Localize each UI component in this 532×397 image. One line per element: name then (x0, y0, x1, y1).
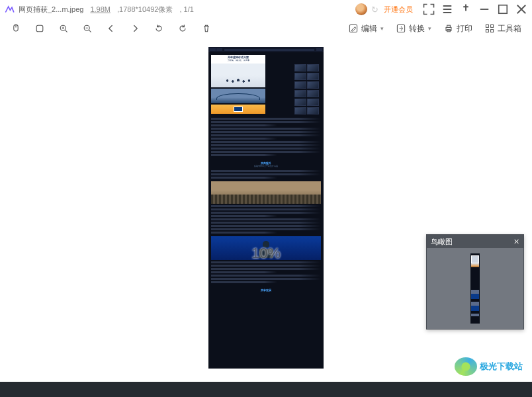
article-section-heading: 共商提升搭建东西平台 丰富合作内涵 (208, 161, 324, 167)
svg-rect-3 (36, 25, 43, 32)
pin-icon[interactable] (459, 3, 472, 16)
image-dimensions: ,1788*10492像素 (117, 5, 173, 15)
fullscreen-icon[interactable] (422, 3, 435, 16)
mouse-tool-button[interactable] (11, 23, 21, 34)
site-watermark: 极光下载站 (455, 357, 523, 376)
image-viewport[interactable]: 开年这样讲话大篇 分板块、讲好篇、讲大事 共商提升搭建东西平台 丰富合作内涵 (0, 38, 532, 382)
rotate-left-button[interactable] (154, 23, 164, 34)
article-section-heading: 共享发展 (208, 288, 324, 292)
footer-bar (0, 382, 532, 397)
navigator-panel[interactable]: 鸟瞰图 ✕ (426, 234, 524, 330)
article-photo (211, 181, 321, 204)
file-size[interactable]: 1.98M (90, 5, 111, 13)
zoom-out-button[interactable] (82, 23, 93, 34)
svg-rect-11 (486, 24, 488, 27)
zoom-in-button[interactable] (58, 23, 69, 34)
refresh-icon[interactable]: ↻ (371, 5, 378, 15)
user-avatar[interactable] (355, 3, 367, 15)
delete-button[interactable] (201, 23, 212, 34)
captured-webpage-image: 开年这样讲话大篇 分板块、讲好篇、讲大事 共商提升搭建东西平台 丰富合作内涵 (208, 47, 324, 369)
navigator-viewport-rect[interactable] (471, 255, 479, 263)
menu-icon[interactable] (441, 3, 454, 16)
watermark-logo-icon (455, 357, 477, 376)
svg-rect-14 (491, 30, 494, 32)
file-name: 网页捕获_2...m.jpeg (19, 5, 83, 15)
svg-rect-12 (491, 24, 494, 27)
article-photo (211, 64, 265, 87)
article-hero-subtitle: 分板块、讲好篇、讲大事 (211, 60, 265, 62)
toolbox-button[interactable]: 工具箱 (484, 23, 521, 34)
svg-rect-9 (447, 25, 451, 27)
svg-rect-0 (499, 5, 508, 14)
article-banner (211, 105, 265, 114)
app-logo-icon (4, 4, 15, 15)
page-index: , 1/1 (179, 5, 193, 13)
svg-rect-13 (486, 30, 488, 32)
article-photo (211, 89, 265, 103)
close-icon[interactable]: ✕ (513, 238, 519, 246)
navigator-title: 鸟瞰图 (431, 237, 453, 247)
navigator-body[interactable] (427, 248, 523, 329)
upgrade-member-link[interactable]: 开通会员 (384, 5, 413, 15)
minimize-button[interactable] (478, 3, 491, 16)
maximize-button[interactable] (496, 3, 510, 16)
rotate-right-button[interactable] (177, 23, 188, 34)
navigator-titlebar[interactable]: 鸟瞰图 ✕ (427, 235, 523, 248)
chevron-down-icon: ▾ (380, 25, 384, 32)
convert-menu-button[interactable]: 转换▾ (396, 23, 431, 34)
zoom-level-overlay: 10% (251, 245, 281, 262)
watermark-text: 极光下载站 (480, 361, 523, 373)
main-toolbar: 编辑▾ 转换▾ 打印 工具箱 (0, 19, 532, 38)
title-bar: 网页捕获_2...m.jpeg 1.98M ,1788*10492像素 , 1/… (0, 0, 532, 19)
fit-tool-button[interactable] (34, 23, 45, 34)
next-button[interactable] (130, 23, 140, 34)
chevron-down-icon: ▾ (428, 25, 431, 32)
close-button[interactable] (515, 3, 528, 16)
edit-menu-button[interactable]: 编辑▾ (348, 23, 384, 34)
prev-button[interactable] (106, 23, 116, 34)
navigator-thumbnail[interactable] (470, 253, 480, 324)
print-button[interactable]: 打印 (443, 23, 472, 34)
